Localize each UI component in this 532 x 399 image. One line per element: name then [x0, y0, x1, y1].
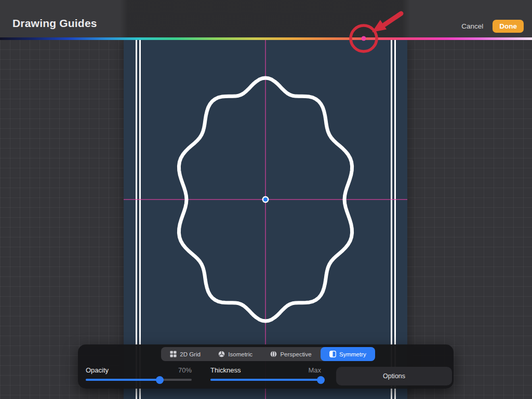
page-title: Drawing Guides: [12, 17, 97, 30]
thickness-slider-fill: [210, 379, 321, 381]
opacity-slider[interactable]: [86, 379, 192, 381]
options-button[interactable]: Options: [336, 367, 452, 385]
tab-label: 2D Grid: [180, 351, 201, 357]
thickness-label: Thickness: [210, 366, 241, 374]
header-actions: Cancel Done: [461, 20, 524, 33]
title-bar: Drawing Guides Cancel Done: [0, 0, 532, 37]
thickness-value: Max: [269, 366, 321, 374]
drawing-guides-screen: Drawing Guides Cancel Done 2D Grid: [0, 0, 532, 399]
guide-type-tab-bar: 2D Grid Isometric Perspective: [161, 347, 375, 361]
symmetry-center-node[interactable]: [260, 194, 271, 205]
tab-label: Isometric: [228, 351, 252, 357]
perspective-icon: [270, 351, 277, 357]
isometric-icon: [218, 351, 225, 357]
done-button[interactable]: Done: [493, 20, 524, 33]
opacity-slider-fill: [86, 379, 160, 381]
opacity-slider-thumb[interactable]: [156, 376, 164, 384]
tab-label: Perspective: [280, 351, 311, 357]
grid-2d-icon: [170, 351, 177, 357]
tab-perspective[interactable]: Perspective: [261, 347, 321, 361]
thickness-slider[interactable]: [210, 379, 321, 381]
symmetry-icon: [329, 351, 336, 357]
hue-strip: [0, 37, 532, 40]
cancel-button[interactable]: Cancel: [461, 22, 483, 30]
tab-isometric[interactable]: Isometric: [209, 347, 261, 361]
tab-2d-grid[interactable]: 2D Grid: [161, 347, 209, 361]
opacity-value: 70%: [140, 366, 192, 374]
tab-label: Symmetry: [339, 351, 366, 357]
thickness-slider-thumb[interactable]: [317, 376, 325, 384]
opacity-label: Opacity: [86, 366, 109, 374]
tab-symmetry[interactable]: Symmetry: [321, 347, 375, 361]
guides-panel: 2D Grid Isometric Perspective: [78, 344, 454, 389]
